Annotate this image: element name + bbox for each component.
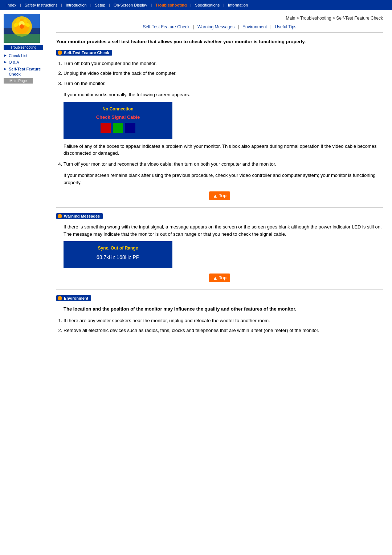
color-box-green	[113, 123, 123, 133]
step-2: Unplug the video cable from the back of …	[64, 70, 383, 77]
nav-separator: |	[150, 3, 152, 7]
subnav-warning[interactable]: Warning Messages	[197, 24, 234, 29]
subnav-sep1: |	[193, 24, 194, 29]
nav-item-introduction[interactable]: Introduction	[63, 2, 89, 8]
monitor-subtitle: Check Signal Cable	[70, 114, 166, 120]
arrow-icon: ►	[4, 67, 7, 71]
badge-label: Environment	[64, 296, 88, 300]
subnav-sep2: |	[238, 24, 239, 29]
sidebar: Troubleshooting ► Check List ► Q & A ► S…	[0, 10, 47, 347]
nav-item-index[interactable]: Index	[4, 2, 19, 8]
warning-messages-section: Warning Messages If there is something w…	[56, 213, 383, 282]
environment-badge: Environment	[56, 295, 91, 301]
arrow-icon: ►	[4, 60, 7, 64]
subnav-usefultips[interactable]: Useful Tips	[275, 24, 296, 29]
sync-box: Sync. Out of Range 68.7kHz 168Hz PP	[64, 241, 172, 268]
top-label-2: Top	[219, 275, 226, 280]
sub-navigation: Self-Test Feature Check | Warning Messag…	[56, 24, 383, 33]
nav-item-on-screen-display[interactable]: On-Screen Display	[111, 2, 150, 8]
nav-item-setup[interactable]: Setup	[92, 2, 108, 8]
self-test-intro: Your monitor provides a self test featur…	[56, 38, 383, 45]
top-navigation: Index|Safety Instructions|Introduction|S…	[0, 0, 392, 10]
breadcrumb: Main > Troubleshooting > Self-Test Featu…	[56, 16, 383, 21]
arrow-icon: ►	[4, 53, 7, 57]
nav-separator: |	[222, 3, 225, 7]
section-divider-2	[56, 289, 383, 290]
main-layout: Troubleshooting ► Check List ► Q & A ► S…	[0, 10, 392, 347]
step4-note: If your monitor screen remains blank aft…	[64, 172, 383, 186]
top-button[interactable]: ▲ Top	[209, 191, 230, 200]
subnav-environment[interactable]: Environment	[242, 24, 267, 29]
badge-label: Warning Messages	[64, 214, 100, 218]
badge-circle-icon	[58, 50, 62, 55]
monitor-title: No Connection	[70, 106, 166, 112]
color-box-red	[101, 123, 111, 133]
environment-section: Environment The location and the positio…	[56, 295, 383, 334]
sidebar-item-selftest[interactable]: ► Self-Test Feature Check	[4, 66, 43, 77]
self-test-step4-list: Turn off your monitor and reconnect the …	[64, 161, 383, 168]
sidebar-link-label: Q & A	[9, 60, 19, 65]
failure-note: Failure of any of the boxes to appear in…	[64, 143, 383, 157]
top-button-container-2: ▲ Top	[56, 274, 383, 282]
color-boxes-container	[70, 123, 166, 133]
self-test-steps: Turn off both your computer and the moni…	[64, 60, 383, 87]
sync-text: 68.7kHz 168Hz PP	[70, 254, 166, 260]
nav-separator: |	[19, 3, 22, 7]
badge-circle-icon	[58, 296, 62, 300]
env-step-1: If there are any woofer speakers near th…	[64, 317, 383, 324]
step3-note: If your monitor works normally, the foll…	[64, 91, 383, 98]
nav-item-safety-instructions[interactable]: Safety Instructions	[22, 2, 61, 8]
nav-item-specifications[interactable]: Specifications	[192, 2, 222, 8]
top-arrow-icon-2: ▲	[213, 275, 218, 281]
sidebar-item-qa[interactable]: ► Q & A	[4, 60, 43, 65]
svg-point-10	[20, 24, 24, 29]
step-4: Turn off your monitor and reconnect the …	[64, 161, 383, 168]
env-step-2: Remove all electronic devices such as ra…	[64, 327, 383, 334]
sidebar-item-checklist[interactable]: ► Check List	[4, 53, 43, 58]
sidebar-logo	[4, 14, 40, 43]
nav-item-troubleshooting[interactable]: Troubleshooting	[152, 2, 189, 8]
top-arrow-icon: ▲	[213, 193, 218, 199]
nav-separator: |	[108, 3, 111, 7]
top-button-2[interactable]: ▲ Top	[209, 274, 230, 282]
section-divider-1	[56, 207, 383, 208]
sidebar-title: Troubleshooting	[4, 45, 43, 50]
badge-circle-icon	[58, 214, 62, 218]
self-test-section: Your monitor provides a self test featur…	[56, 38, 383, 200]
main-content: Main > Troubleshooting > Self-Test Featu…	[47, 10, 392, 347]
sidebar-link-label: Check List	[9, 53, 27, 58]
nav-separator: |	[90, 3, 92, 7]
monitor-mockup: No Connection Check Signal Cable	[64, 102, 172, 139]
environment-steps: If there are any woofer speakers near th…	[64, 317, 383, 334]
warning-badge: Warning Messages	[56, 213, 103, 219]
nav-separator: |	[189, 3, 192, 7]
main-page-button[interactable]: Main Page	[4, 78, 33, 84]
nav-separator: |	[60, 3, 63, 7]
subnav-selftest[interactable]: Self-Test Feature Check	[143, 24, 189, 29]
color-box-blue	[125, 123, 135, 133]
environment-intro: The location and the position of the mon…	[64, 305, 383, 313]
svg-rect-9	[4, 34, 40, 43]
subnav-sep3: |	[270, 24, 271, 29]
step-1: Turn off both your computer and the moni…	[64, 60, 383, 67]
badge-label: Self-Test Feature Check	[64, 50, 109, 55]
step-3: Turn on the monitor.	[64, 80, 383, 87]
sync-title: Sync. Out of Range	[70, 246, 166, 251]
top-label: Top	[219, 193, 226, 198]
nav-item-information[interactable]: Information	[225, 2, 251, 8]
self-test-badge: Self-Test Feature Check	[56, 50, 112, 56]
sidebar-link-label: Self-Test Feature Check	[9, 66, 43, 77]
warning-description: If there is something wrong with the inp…	[64, 223, 383, 238]
top-button-container: ▲ Top	[56, 191, 383, 200]
